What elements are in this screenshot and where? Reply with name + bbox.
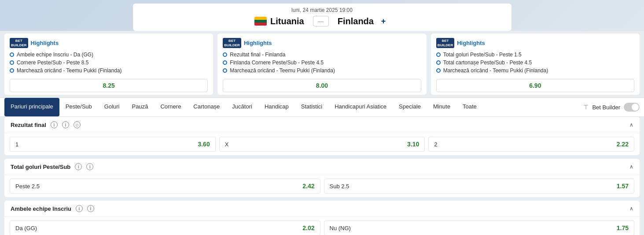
section-header-total-goluri[interactable]: Total goluri Peste/Sub i i ∧ bbox=[4, 159, 640, 175]
match-teams: Lituania — Finlanda bbox=[142, 16, 503, 26]
tab-minute[interactable]: Minute bbox=[427, 98, 456, 116]
highlight-dot-icon bbox=[223, 68, 227, 73]
bet-builder-badge-3: BET BUILDER bbox=[436, 38, 455, 48]
section-total-goluri: Total goluri Peste/Sub i i ∧ Peste 2.5 2… bbox=[4, 159, 640, 197]
tab-cornere[interactable]: Cornere bbox=[154, 98, 187, 116]
highlight-odds-btn-2[interactable]: 8.00 bbox=[223, 79, 421, 92]
odds-row-rezultat-final: 1 3.60 X 3.10 2 2.22 bbox=[4, 133, 640, 155]
tab-handicapuri-asiatice[interactable]: Handicapuri Asiatice bbox=[328, 98, 393, 116]
header-wrap: luni, 24 martie 2025 19:00 Lituania — Fi… bbox=[0, 0, 644, 31]
team-right: Finlanda bbox=[338, 16, 390, 26]
info-icon-ae-1[interactable]: i bbox=[76, 205, 83, 212]
odds-cell-2[interactable]: 2 2.22 bbox=[428, 137, 634, 152]
odds-cell-peste-2-5[interactable]: Peste 2.5 2.42 bbox=[10, 179, 320, 194]
toggle-knob bbox=[632, 104, 639, 111]
section-title-total-goluri: Total goluri Peste/Sub i i bbox=[11, 163, 93, 170]
tab-pauza[interactable]: Pauză bbox=[126, 98, 155, 116]
info-icon-3[interactable]: ☺ bbox=[74, 121, 81, 128]
highlight-dot-icon bbox=[10, 52, 14, 57]
match-header: luni, 24 martie 2025 19:00 Lituania — Fi… bbox=[133, 4, 512, 31]
highlight-card-3: BET BUILDER Highlights Total goluri Pest… bbox=[431, 34, 640, 95]
highlights-row: BET BUILDER Highlights Ambele echipe îns… bbox=[0, 31, 644, 97]
tab-goluri[interactable]: Goluri bbox=[98, 98, 126, 116]
score-separator: — bbox=[318, 18, 324, 25]
section-header-ambele-echipe[interactable]: Ambele echipe înscriu i i ∧ bbox=[4, 201, 640, 217]
section-header-rezultat-final[interactable]: Rezultat final i i ☺ ∧ bbox=[4, 117, 640, 133]
section-rezultat-final: Rezultat final i i ☺ ∧ 1 3.60 X 3.10 2 2… bbox=[4, 117, 640, 155]
odds-row-ambele-echipe: Da (GG) 2.02 Nu (NG) 1.75 bbox=[4, 217, 640, 235]
highlight-item-2-3: Marchează oricând - Teemu Pukki (Finland… bbox=[223, 67, 421, 74]
highlight-item-2-1: Rezultat final - Finlanda bbox=[223, 52, 421, 58]
highlight-odds-btn-1[interactable]: 8.25 bbox=[10, 79, 208, 92]
odds-cell-da-gg[interactable]: Da (GG) 2.02 bbox=[10, 220, 320, 235]
section-title-rezultat-final: Rezultat final i i ☺ bbox=[11, 121, 81, 128]
chevron-up-icon: ∧ bbox=[629, 122, 633, 128]
highlight-item-1-3: Marchează oricând - Teemu Pukki (Finland… bbox=[10, 67, 208, 74]
match-date: luni, 24 martie 2025 19:00 bbox=[142, 7, 503, 13]
tab-speciale[interactable]: Speciale bbox=[393, 98, 427, 116]
highlights-title-2: Highlights bbox=[244, 40, 272, 46]
team-left: Lituania bbox=[254, 16, 304, 26]
odds-cell-sub-2-5[interactable]: Sub 2.5 1.57 bbox=[324, 179, 635, 194]
chevron-up-icon-ae: ∧ bbox=[629, 205, 633, 212]
highlights-title-3: Highlights bbox=[457, 40, 485, 46]
highlight-dot-icon bbox=[436, 52, 441, 57]
highlight-item-1-2: Cornere Peste/Sub - Peste 8.5 bbox=[10, 60, 208, 66]
bet-builder-tab-label: Bet Builder bbox=[592, 104, 620, 111]
info-icon-1[interactable]: i bbox=[51, 121, 58, 128]
info-icon-tg-2[interactable]: i bbox=[86, 163, 93, 170]
tab-jucatori[interactable]: Jucători bbox=[226, 98, 258, 116]
info-icon-tg-1[interactable]: i bbox=[75, 163, 82, 170]
odds-cell-1[interactable]: 1 3.60 bbox=[10, 137, 216, 152]
tab-statistici[interactable]: Statistici bbox=[295, 98, 328, 116]
highlight-header-2: BET BUILDER Highlights bbox=[223, 38, 421, 48]
flag-lituania-icon bbox=[254, 17, 267, 26]
highlight-card-2: BET BUILDER Highlights Rezultat final - … bbox=[217, 34, 426, 95]
highlight-dot-icon bbox=[436, 60, 441, 65]
tab-toate[interactable]: Toate bbox=[456, 98, 483, 116]
tab-cartonate[interactable]: Cartonașe bbox=[187, 98, 226, 116]
highlight-odds-btn-3[interactable]: 6.90 bbox=[436, 79, 634, 92]
team2-name: Finlanda bbox=[338, 16, 374, 26]
highlight-item-3-3: Marchează oricând - Teemu Pukki (Finland… bbox=[436, 67, 634, 74]
highlight-dot-icon bbox=[10, 60, 14, 65]
highlight-item-3-2: Total cartonașe Peste/Sub - Peste 4.5 bbox=[436, 60, 634, 66]
highlight-dot-icon bbox=[10, 68, 14, 73]
highlight-header-3: BET BUILDER Highlights bbox=[436, 38, 634, 48]
tab-pariuri-principale[interactable]: Pariuri principale bbox=[4, 98, 59, 116]
tabs-bar: Pariuri principale Peste/Sub Goluri Pauz… bbox=[0, 97, 644, 117]
info-icon-2[interactable]: i bbox=[62, 121, 69, 128]
filter-icon: ⊤ bbox=[583, 104, 589, 111]
section-ambele-echipe: Ambele echipe înscriu i i ∧ Da (GG) 2.02… bbox=[4, 201, 640, 235]
odds-cell-x[interactable]: X 3.10 bbox=[219, 137, 425, 152]
highlights-title-1: Highlights bbox=[31, 40, 59, 46]
score-box: — bbox=[313, 16, 329, 26]
highlight-item-2-2: Finlanda Cornere Peste/Sub - Peste 4.5 bbox=[223, 60, 421, 66]
bet-builder-badge-1: BET BUILDER bbox=[10, 38, 28, 48]
highlight-dot-icon bbox=[223, 60, 227, 65]
odds-row-total-goluri: Peste 2.5 2.42 Sub 2.5 1.57 bbox=[4, 175, 640, 197]
bet-builder-badge-2: BET BUILDER bbox=[223, 38, 241, 48]
section-title-ambele-echipe: Ambele echipe înscriu i i bbox=[11, 205, 94, 212]
highlight-item-3-1: Total goluri Peste/Sub - Peste 1.5 bbox=[436, 52, 634, 58]
bet-builder-toggle[interactable] bbox=[624, 103, 640, 112]
tab-handicap[interactable]: Handicap bbox=[258, 98, 295, 116]
team1-name: Lituania bbox=[270, 16, 304, 26]
highlight-dot-icon bbox=[436, 68, 441, 73]
highlight-item-1-1: Ambele echipe înscriu - Da (GG) bbox=[10, 52, 208, 58]
odds-cell-nu-ng[interactable]: Nu (NG) 1.75 bbox=[324, 220, 635, 235]
chevron-up-icon-tg: ∧ bbox=[629, 164, 633, 170]
tab-peste-sub[interactable]: Peste/Sub bbox=[59, 98, 98, 116]
tabs-right: ⊤ Bet Builder bbox=[583, 103, 640, 112]
highlight-dot-icon bbox=[223, 52, 227, 57]
highlight-card-1: BET BUILDER Highlights Ambele echipe îns… bbox=[4, 34, 213, 95]
info-icon-ae-2[interactable]: i bbox=[87, 205, 94, 212]
highlight-header-1: BET BUILDER Highlights bbox=[10, 38, 208, 48]
content: Rezultat final i i ☺ ∧ 1 3.60 X 3.10 2 2… bbox=[0, 117, 644, 235]
flag-finlanda-icon bbox=[377, 17, 390, 26]
